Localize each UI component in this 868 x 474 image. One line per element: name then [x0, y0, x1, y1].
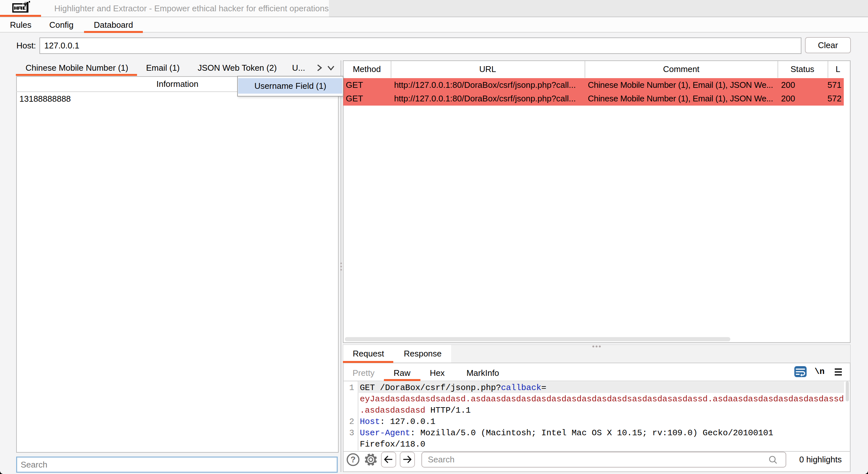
svg-text:?: ? — [351, 454, 356, 464]
